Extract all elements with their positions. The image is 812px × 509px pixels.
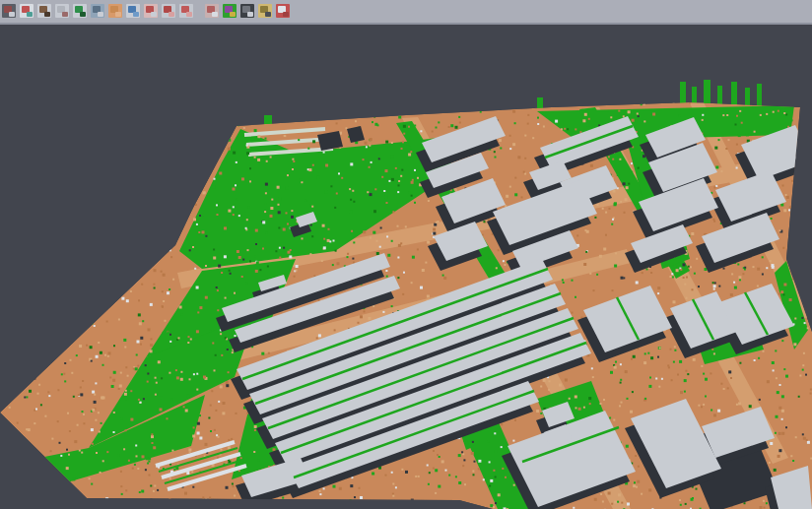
flag-stripes-icon[interactable]: [275, 3, 291, 19]
crop-frame-icon-layer: [186, 12, 192, 17]
point-cloud-icon-layer: [9, 12, 15, 17]
terrain-mound-icon[interactable]: [36, 3, 52, 19]
tree: [757, 84, 762, 107]
terrain-mound-icon-layer: [44, 12, 50, 17]
point-cloud-scene: [0, 25, 812, 509]
target-circle-icon[interactable]: [161, 3, 176, 19]
viewport-3d[interactable]: [0, 25, 812, 509]
classification-palette-icon[interactable]: [222, 3, 237, 19]
sphere-icon-layer: [247, 12, 253, 17]
point-cloud-icon[interactable]: [1, 3, 17, 19]
sparse-points-icon-layer: [62, 12, 68, 17]
hatch-grid-icon[interactable]: [204, 3, 220, 19]
crop-frame-icon[interactable]: [178, 3, 194, 19]
toolbar: [0, 0, 812, 25]
sphere-icon[interactable]: [239, 3, 255, 19]
vegetation-terrain-icon[interactable]: [72, 3, 88, 19]
vegetation-terrain-icon-layer: [80, 12, 86, 17]
application-window: [0, 0, 812, 509]
classified-points-icon-layer: [27, 12, 33, 17]
tree: [731, 82, 737, 107]
flag-stripes-icon-layer: [283, 12, 289, 17]
ortho-image-icon[interactable]: [107, 3, 123, 19]
tree: [537, 97, 543, 109]
hatch-grid-icon-layer: [212, 12, 218, 17]
column-slab-icon[interactable]: [90, 3, 105, 19]
red-bars-icon-layer: [151, 12, 157, 17]
tree: [745, 88, 750, 107]
sparse-points-icon[interactable]: [54, 3, 70, 19]
column-slab-icon-layer: [98, 12, 103, 17]
ortho-image-icon-layer: [115, 12, 121, 17]
classification-palette-icon-layer: [230, 12, 236, 17]
red-bars-icon[interactable]: [143, 3, 159, 19]
target-circle-icon-layer: [169, 12, 174, 17]
measure-marker-icon-layer: [265, 12, 271, 17]
classified-points-icon[interactable]: [19, 3, 34, 19]
globe-icon-layer: [133, 12, 139, 17]
globe-icon[interactable]: [125, 3, 141, 19]
measure-marker-icon[interactable]: [257, 3, 273, 19]
